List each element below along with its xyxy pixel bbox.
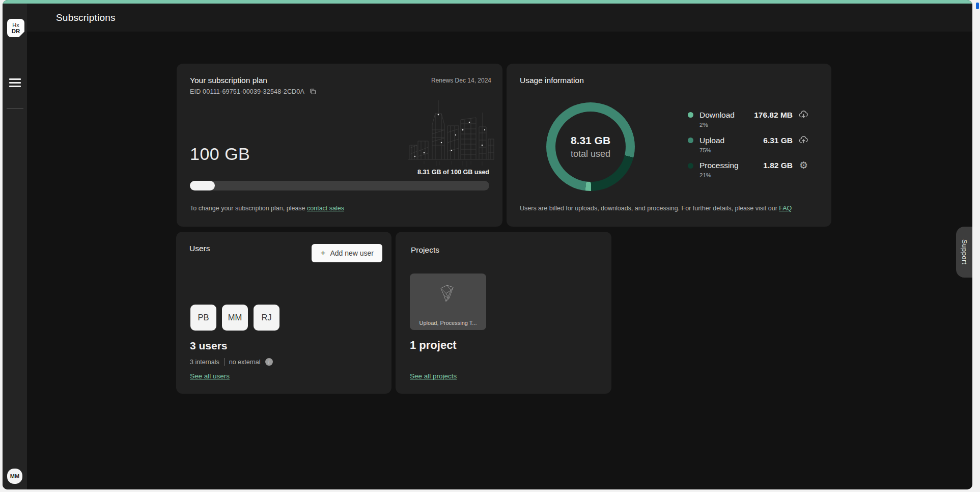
meta-divider: [224, 358, 225, 366]
support-tab-label: Support: [961, 239, 968, 264]
project-thumbnail-caption: Upload, Processing T...: [410, 320, 486, 326]
usage-footer-text: Users are billed for uploads, downloads,…: [520, 205, 779, 212]
legend-row-processing: Processing 1.82 GB ⚙ 21%: [688, 160, 809, 178]
add-user-label: Add new user: [330, 249, 374, 257]
renewal-date: Renews Dec 14, 2024: [431, 77, 491, 84]
storage-progress-fill: [190, 181, 215, 190]
usage-legend: Download 176.82 MB 2% Upload 6.31 GB: [688, 110, 809, 185]
sidebar: Hx DR MM: [3, 4, 27, 489]
users-count: 3 users: [190, 340, 228, 352]
users-meta: 3 internals no external i: [190, 358, 273, 366]
subscription-plan-card: Your subscription plan Renews Dec 14, 20…: [177, 64, 502, 227]
user-avatar-tile[interactable]: PB: [190, 305, 216, 331]
projects-count: 1 project: [410, 339, 457, 352]
legend-label: Upload: [699, 136, 724, 145]
see-all-users-link[interactable]: See all users: [190, 372, 230, 380]
change-plan-note: To change your subscription plan, please…: [190, 205, 344, 212]
legend-row-upload: Upload 6.31 GB 75%: [688, 135, 809, 153]
see-all-projects-link[interactable]: See all projects: [410, 372, 457, 380]
copy-icon[interactable]: [309, 88, 317, 95]
add-new-user-button[interactable]: + Add new user: [312, 244, 382, 262]
app-window: Subscriptions Hx DR MM Your subscription…: [3, 0, 972, 489]
eid-row: EID 00111-69751-00039-32548-2CD0A: [190, 88, 317, 95]
user-avatar-tile[interactable]: MM: [222, 305, 248, 331]
project-placeholder-icon: [436, 281, 460, 306]
scrollbar-thumb[interactable]: [976, 3, 979, 9]
legend-value: 6.31 GB: [763, 136, 793, 145]
donut-center: 8.31 GB total used: [555, 112, 626, 182]
donut-total-label: total used: [571, 149, 610, 159]
usage-footer-note: Users are billed for uploads, downloads,…: [520, 205, 792, 212]
legend-label: Processing: [699, 161, 739, 170]
hxdr-logo[interactable]: Hx DR: [7, 19, 24, 37]
info-icon[interactable]: i: [265, 358, 273, 366]
menu-bar: [9, 82, 21, 84]
project-thumbnail[interactable]: Upload, Processing T...: [410, 274, 486, 330]
projects-card: Projects Upload, Processing T... 1 proje…: [396, 232, 611, 394]
menu-bar: [9, 86, 21, 87]
legend-percent: 21%: [699, 172, 809, 178]
subscription-card-title: Your subscription plan: [190, 76, 267, 85]
legend-value: 176.82 MB: [754, 111, 793, 120]
legend-percent: 2%: [699, 122, 809, 128]
usage-information-card: Usage information 8.31 GB total used Dow…: [507, 64, 831, 227]
contact-sales-link[interactable]: contact sales: [307, 205, 344, 212]
storage-quota: 100 GB: [190, 144, 250, 164]
faq-link[interactable]: FAQ: [779, 205, 792, 212]
processing-dot: [688, 163, 693, 169]
plus-icon: +: [320, 248, 325, 258]
externals-count: no external: [229, 359, 261, 366]
usage-donut-chart: 8.31 GB total used: [546, 102, 635, 191]
cloud-upload-icon: [798, 135, 809, 146]
storage-progress-bar: [190, 181, 489, 190]
usage-caption: 8.31 GB of 100 GB used: [417, 169, 489, 176]
eid-value: EID 00111-69751-00039-32548-2CD0A: [190, 88, 304, 95]
logo-text-top: Hx: [12, 22, 19, 28]
sidebar-divider: [7, 108, 23, 108]
legend-percent: 75%: [699, 147, 809, 153]
change-plan-text: To change your subscription plan, please: [190, 205, 307, 212]
city-skyline-illustration: [406, 94, 495, 168]
user-avatar-tile[interactable]: RJ: [254, 305, 279, 331]
gear-icon: ⚙: [798, 160, 809, 171]
legend-row-download: Download 176.82 MB 2%: [688, 110, 809, 128]
donut-total-value: 8.31 GB: [571, 134, 610, 147]
cloud-download-icon: [798, 110, 809, 120]
upload-dot: [688, 138, 693, 143]
menu-icon[interactable]: [9, 78, 21, 89]
legend-label: Download: [699, 111, 735, 120]
users-card: Users + Add new user PB MM RJ 3 users 3 …: [176, 232, 391, 394]
top-bar: Subscriptions: [27, 4, 972, 32]
legend-value: 1.82 GB: [763, 161, 793, 170]
top-accent-bar: [3, 0, 972, 4]
user-avatar-row: PB MM RJ: [190, 305, 279, 331]
internals-count: 3 internals: [190, 359, 219, 366]
usage-card-title: Usage information: [520, 76, 584, 85]
logo-text-bottom: DR: [12, 28, 20, 34]
page-title: Subscriptions: [56, 4, 972, 32]
download-dot: [688, 112, 693, 118]
support-tab[interactable]: Support: [956, 227, 972, 278]
projects-card-title: Projects: [411, 245, 439, 255]
users-card-title: Users: [189, 244, 210, 253]
user-avatar[interactable]: MM: [7, 469, 22, 484]
menu-bar: [9, 78, 21, 80]
